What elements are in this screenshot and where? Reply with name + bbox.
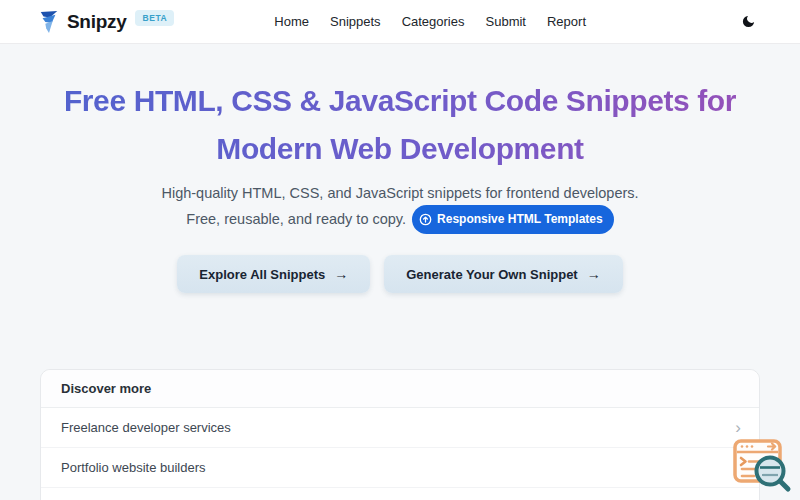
- hero-subtitle: High-quality HTML, CSS, and JavaScript s…: [0, 182, 800, 234]
- explore-snippets-label: Explore All Snippets: [199, 267, 325, 282]
- brand-name: Snipzy: [67, 11, 126, 33]
- moon-icon: [741, 14, 756, 29]
- circle-arrow-icon: [419, 213, 432, 226]
- responsive-templates-badge[interactable]: Responsive HTML Templates: [412, 205, 614, 234]
- discover-item-freelance[interactable]: Freelance developer services ›: [41, 408, 759, 448]
- discover-more-title: Discover more: [41, 370, 759, 408]
- brand-logo[interactable]: Snipzy BETA: [38, 9, 174, 35]
- nav-item-snippets[interactable]: Snippets: [330, 14, 381, 29]
- nav-item-home[interactable]: Home: [274, 14, 309, 29]
- page-title-line2: Modern Web Development: [38, 125, 762, 173]
- generate-snippet-button[interactable]: Generate Your Own Snippet →: [384, 255, 622, 293]
- nav-item-submit[interactable]: Submit: [486, 14, 526, 29]
- responsive-templates-badge-label: Responsive HTML Templates: [437, 208, 603, 231]
- hero-subtitle-line1: High-quality HTML, CSS, and JavaScript s…: [161, 185, 638, 201]
- hero-section: Free HTML, CSS & JavaScript Code Snippet…: [0, 44, 800, 293]
- main-nav: Home Snippets Categories Submit Report: [274, 14, 586, 29]
- snipzy-logo-icon: [38, 9, 60, 35]
- discover-item-label: Portfolio website builders: [61, 460, 206, 475]
- page-title: Free HTML, CSS & JavaScript Code Snippet…: [38, 77, 762, 173]
- discover-item-label: Freelance developer services: [61, 420, 231, 435]
- explore-snippets-button[interactable]: Explore All Snippets →: [177, 255, 370, 293]
- dark-mode-toggle[interactable]: [738, 11, 760, 33]
- page-title-line1: Free HTML, CSS & JavaScript Code Snippet…: [38, 77, 762, 125]
- generate-snippet-label: Generate Your Own Snippet: [406, 267, 577, 282]
- navbar: Snipzy BETA Home Snippets Categories Sub…: [0, 0, 800, 44]
- nav-item-categories[interactable]: Categories: [402, 14, 465, 29]
- code-window-magnifier-icon: [730, 432, 794, 496]
- nav-item-report[interactable]: Report: [547, 14, 586, 29]
- code-zoom-widget[interactable]: [730, 432, 794, 496]
- discover-item-portfolio[interactable]: Portfolio website builders ›: [41, 448, 759, 488]
- arrow-right-icon: →: [587, 266, 601, 282]
- discover-item-code-editor[interactable]: Code editor extensions ›: [41, 488, 759, 500]
- discover-more-card: Discover more Freelance developer servic…: [40, 369, 760, 500]
- beta-badge: BETA: [135, 10, 174, 26]
- hero-subtitle-line2: Free, reusable, and ready to copy.: [186, 208, 406, 231]
- cta-row: Explore All Snippets → Generate Your Own…: [0, 255, 800, 293]
- arrow-right-icon: →: [334, 266, 348, 282]
